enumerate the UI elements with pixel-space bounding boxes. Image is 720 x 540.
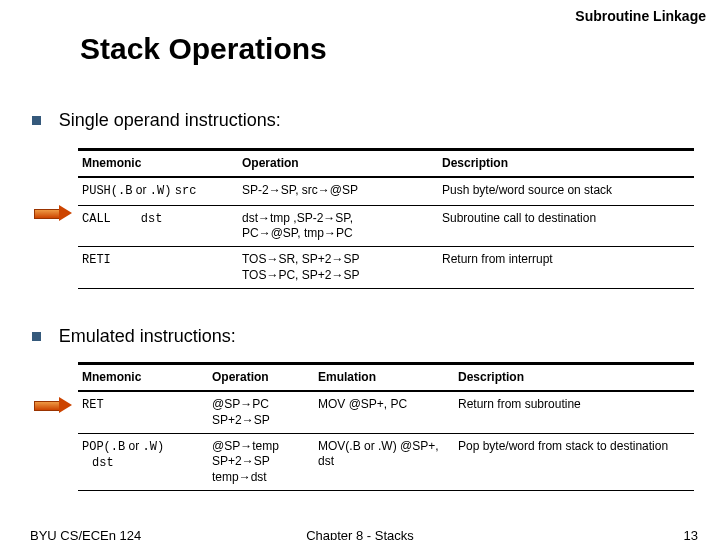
mn-part: dst (141, 212, 163, 226)
cell-mnemonic: RET (78, 391, 208, 433)
cell-operation: dst→tmp ,SP-2→SP, PC→@SP, tmp→PC (238, 205, 438, 247)
table-row: RET @SP→PC SP+2→SP MOV @SP+, PC Return f… (78, 391, 694, 433)
section-label: Emulated instructions: (59, 326, 236, 346)
table-row: RETI TOS→SR, SP+2→SP TOS→PC, SP+2→SP Ret… (78, 247, 694, 289)
table-header-row: Mnemonic Operation Description (78, 150, 694, 178)
col-operation: Operation (238, 150, 438, 178)
table-row: POP(.B or .W) dst @SP→temp SP+2→SP temp→… (78, 434, 694, 491)
page-title: Stack Operations (80, 32, 327, 66)
col-emulation: Emulation (314, 364, 454, 392)
mn-part: POP(.B (82, 440, 125, 454)
cell-mnemonic: CALL dst (78, 205, 238, 247)
mn-part: .W) (150, 184, 172, 198)
cell-description: Return from subroutine (454, 391, 694, 433)
section-single-operand: Single operand instructions: (32, 110, 281, 131)
cell-mnemonic: POP(.B or .W) dst (78, 434, 208, 491)
arrow-right-icon (34, 398, 74, 412)
cell-description: Pop byte/word from stack to destination (454, 434, 694, 491)
cell-operation: TOS→SR, SP+2→SP TOS→PC, SP+2→SP (238, 247, 438, 289)
col-operation: Operation (208, 364, 314, 392)
col-description: Description (438, 150, 694, 178)
corner-title: Subroutine Linkage (575, 8, 706, 24)
mn-part: or (129, 439, 140, 453)
table-row: PUSH(.B or .W) src SP-2→SP, src→@SP Push… (78, 177, 694, 205)
section-label: Single operand instructions: (59, 110, 281, 130)
footer-right: 13 (684, 528, 698, 540)
cell-description: Return from interrupt (438, 247, 694, 289)
cell-emulation: MOV(.B or .W) @SP+, dst (314, 434, 454, 491)
cell-emulation: MOV @SP+, PC (314, 391, 454, 433)
cell-description: Push byte/word source on stack (438, 177, 694, 205)
cell-operation: @SP→PC SP+2→SP (208, 391, 314, 433)
arrow-right-icon (34, 206, 74, 220)
bullet-icon (32, 332, 41, 341)
mn-part: PUSH(.B (82, 184, 132, 198)
mn-part: src (175, 184, 197, 198)
mn-part: dst (92, 456, 114, 470)
bullet-icon (32, 116, 41, 125)
mn-part: RET (82, 398, 104, 412)
table-row: CALL dst dst→tmp ,SP-2→SP, PC→@SP, tmp→P… (78, 205, 694, 247)
cell-description: Subroutine call to destination (438, 205, 694, 247)
table-emulated: Mnemonic Operation Emulation Description… (78, 362, 694, 491)
col-description: Description (454, 364, 694, 392)
cell-operation: SP-2→SP, src→@SP (238, 177, 438, 205)
footer-center: Chapter 8 - Stacks (0, 528, 720, 540)
col-mnemonic: Mnemonic (78, 364, 208, 392)
cell-mnemonic: RETI (78, 247, 238, 289)
mn-part: or (136, 183, 147, 197)
mn-part: RETI (82, 253, 111, 267)
cell-mnemonic: PUSH(.B or .W) src (78, 177, 238, 205)
mn-part: .W) (143, 440, 165, 454)
section-emulated: Emulated instructions: (32, 326, 236, 347)
mn-part: CALL (82, 212, 111, 226)
table-header-row: Mnemonic Operation Emulation Description (78, 364, 694, 392)
table-single-operand: Mnemonic Operation Description PUSH(.B o… (78, 148, 694, 289)
col-mnemonic: Mnemonic (78, 150, 238, 178)
cell-operation: @SP→temp SP+2→SP temp→dst (208, 434, 314, 491)
